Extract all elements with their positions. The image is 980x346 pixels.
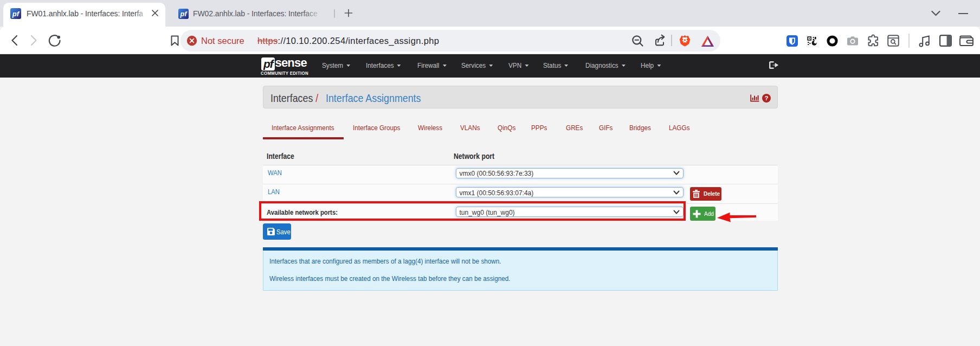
svg-text:pf: pf (180, 10, 188, 18)
svg-text:pf: pf (12, 10, 20, 18)
